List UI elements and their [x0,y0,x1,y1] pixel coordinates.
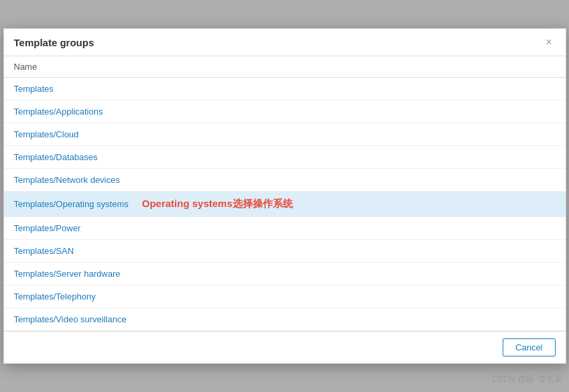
item-label: Templates/Operating systems [14,199,129,209]
list-item[interactable]: Templates/Databases [4,146,566,169]
item-label: Templates/Databases [14,152,98,162]
item-label: Templates/Video surveillance [14,314,127,324]
list-item[interactable]: Templates/Operating systemsOperating sys… [4,192,566,217]
item-label: Templates [14,84,54,94]
list-item[interactable]: Templates [4,78,566,101]
template-groups-dialog: Template groups × Name TemplatesTemplate… [3,28,566,364]
close-button[interactable]: × [542,36,555,49]
item-label: Templates/Server hardware [14,269,121,279]
dialog-body: Name TemplatesTemplates/ApplicationsTemp… [4,56,566,331]
item-label: Templates/Power [14,223,81,233]
list-item[interactable]: Templates/SAN [4,240,566,263]
cancel-button[interactable]: Cancel [503,338,555,356]
list-item[interactable]: Templates/Cloud [4,123,566,146]
column-header: Name [4,56,566,78]
list-item[interactable]: Templates/Power [4,217,566,240]
modal-overlay: Template groups × Name TemplatesTemplate… [0,0,569,392]
item-label: Templates/Applications [14,107,103,117]
list-item[interactable]: Templates/Video surveillance [4,308,566,331]
dialog-title: Template groups [14,37,94,48]
list-item[interactable]: Templates/Applications [4,101,566,123]
list-item[interactable]: Templates/Telephony [4,285,566,308]
item-label: Templates/Cloud [14,129,79,139]
list-item[interactable]: Templates/Network devices [4,169,566,192]
dialog-footer: Cancel [4,331,566,363]
items-list: TemplatesTemplates/ApplicationsTemplates… [4,78,566,331]
item-label: Templates/SAN [14,246,74,256]
item-annotation: Operating systems选择操作系统 [142,198,293,210]
item-label: Templates/Network devices [14,175,120,185]
item-label: Templates/Telephony [14,291,96,302]
list-item[interactable]: Templates/Server hardware [4,263,566,285]
watermark: CSDN @嗯~莹老莫 [492,374,562,385]
dialog-header: Template groups × [4,29,566,56]
